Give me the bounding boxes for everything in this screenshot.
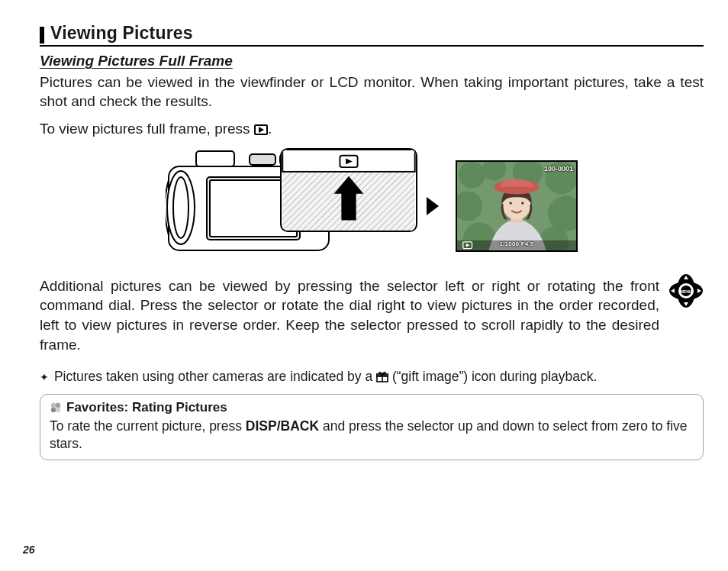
- inset-svg: [282, 150, 416, 231]
- figure-row: 100-0001 1/1000 F4.5: [40, 150, 704, 263]
- svg-point-21: [459, 162, 485, 189]
- additional-paragraph-row: Additional pictures can be viewed by pre…: [40, 270, 704, 363]
- svg-point-33: [521, 202, 523, 204]
- lcd-preview: 100-0001 1/1000 F4.5: [456, 160, 578, 252]
- subsection-title: Viewing Pictures Full Frame: [40, 51, 704, 71]
- svg-point-50: [56, 403, 60, 408]
- camera-inset: [280, 148, 417, 232]
- gift-image-note: ✦ Pictures taken using other cameras are…: [40, 368, 704, 386]
- tip-icon: [50, 402, 62, 414]
- svg-rect-8: [250, 154, 275, 165]
- additional-paragraph: Additional pictures can be viewed by pre…: [40, 276, 659, 355]
- svg-text:MENU: MENU: [681, 289, 692, 293]
- page-number: 26: [23, 543, 35, 557]
- heading-rule-icon: [40, 27, 44, 44]
- svg-point-51: [51, 408, 56, 412]
- tip-body-bold: DISP/BACK: [246, 418, 319, 434]
- svg-point-32: [510, 202, 512, 204]
- tip-body: To rate the current picture, press DISP/…: [50, 418, 694, 453]
- favorites-tip-box: Favorites: Rating Pictures To rate the c…: [40, 394, 704, 460]
- note-text-post: (“gift image”) icon during playback.: [392, 369, 597, 384]
- note-bullet-icon: ✦: [40, 370, 50, 385]
- arrow-right-icon: [427, 197, 439, 215]
- note-text-pre: Pictures taken using other cameras are i…: [54, 369, 376, 384]
- svg-point-49: [51, 403, 56, 408]
- section-title: Viewing Pictures: [50, 21, 193, 45]
- lcd-frame-number: 100-0001: [544, 164, 573, 173]
- lcd-exposure-info: 1/1000 F4.5: [457, 240, 576, 249]
- section-heading-row: Viewing Pictures: [40, 21, 704, 47]
- selector-emblem-icon: MENU: [668, 273, 704, 308]
- instruction-paragraph: To view pictures full frame, press .: [40, 119, 704, 139]
- tip-title-row: Favorites: Rating Pictures: [50, 399, 694, 417]
- intro-paragraph: Pictures can be viewed in the viewfinder…: [40, 73, 704, 111]
- svg-rect-1: [196, 151, 234, 166]
- svg-point-2: [167, 171, 195, 244]
- tip-title: Favorites: Rating Pictures: [66, 399, 227, 417]
- lcd-svg: [457, 162, 576, 250]
- playback-button-icon: [254, 124, 268, 135]
- manual-page: Viewing Pictures Viewing Pictures Full F…: [0, 0, 728, 571]
- camera-illustration: [166, 150, 410, 263]
- svg-point-52: [56, 408, 60, 412]
- instruction-text-pre: To view pictures full frame, press: [40, 121, 254, 137]
- tip-body-pre: To rate the current picture, press: [50, 418, 246, 434]
- instruction-text-post: .: [268, 121, 272, 137]
- gift-icon: [376, 369, 388, 380]
